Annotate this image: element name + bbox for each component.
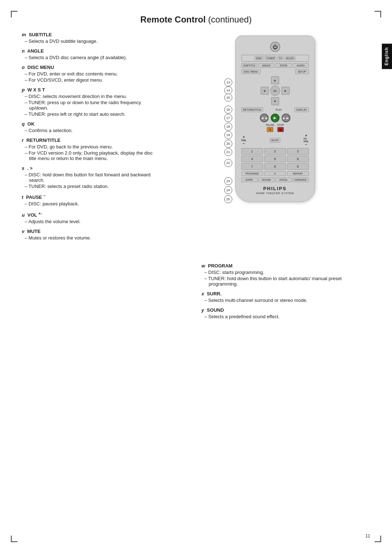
corner-mark-bl [11, 536, 17, 542]
bottom-section: w PROGRAM DISC: starts programming. TUNE… [0, 259, 392, 338]
section-mute: v MUTE Mutes or restores the volume. [22, 229, 156, 241]
vocal-btn[interactable]: VOCAL [275, 177, 292, 182]
tvvol-plus-btn[interactable]: + [305, 134, 307, 138]
program-btn[interactable]: PROGRAM [241, 171, 263, 176]
audio-btn[interactable]: AUDIO [293, 63, 309, 68]
stop-label: STOP [277, 124, 284, 126]
disc-menu-btn[interactable]: DISC MENU [241, 69, 261, 74]
page-header: Remote Control (continued) [0, 0, 392, 32]
row-label-22: 22 [224, 159, 232, 167]
section-sound: y SOUND Selects a predefined sound effec… [201, 307, 370, 319]
play-btn[interactable]: ► [271, 114, 279, 122]
num-2-btn[interactable]: 2 [264, 148, 286, 155]
rewind-btn[interactable]: ◄◄ [260, 114, 269, 122]
disc-source-btn[interactable]: DISC [254, 56, 264, 60]
tvvol-minus-btn[interactable]: − [305, 143, 307, 147]
list-item: TUNER: press up or down to tune the radi… [25, 100, 156, 111]
list-item: TUNER: press left or right to start auto… [25, 111, 156, 117]
row-label-14: 14 [224, 86, 232, 94]
row-label-23: 23 [224, 177, 232, 185]
karaoke-btn[interactable]: KARAOKE [293, 177, 309, 182]
section-search: s . > DISC: hold down this button for fa… [22, 165, 156, 189]
page-title-suffix: (continued) [208, 15, 252, 24]
page-number: 11 [366, 533, 370, 538]
function-row: SUBTITLE ANGLE ZOOM AUDIO [241, 63, 309, 68]
power-button[interactable]: ⏻ [270, 42, 280, 52]
right-column: 13 14 15 16 17 18 19 20 21 22 23 24 25 ⏻… [167, 32, 370, 245]
num-8-btn[interactable]: 8 [264, 163, 286, 170]
dpad-right-btn[interactable]: ► [282, 87, 290, 95]
source-row: DISC TUNER TV AUX/D [241, 55, 309, 62]
num-9-btn[interactable]: 9 [287, 163, 309, 170]
repeat-btn[interactable]: REPEAT [287, 171, 309, 176]
list-item: Adjusts the volume level. [25, 219, 156, 224]
section-angle: n ANGLE Selects a DVD disc camera angle … [22, 48, 156, 60]
list-item: TUNER: hold down this button to start au… [204, 276, 370, 287]
ok-btn[interactable]: OK [270, 86, 280, 96]
dpad-up-btn[interactable]: ▲ [271, 76, 279, 84]
vol-label: VOL [241, 139, 246, 142]
corner-mark-br [375, 536, 381, 542]
dpad-left-btn[interactable]: ◄ [261, 87, 269, 95]
section-wxst: p W X S T DISC: selects movement directi… [22, 87, 156, 117]
num-0-btn[interactable]: 0 [264, 171, 286, 176]
row-label-13: 13 [224, 78, 232, 86]
row-label-21: 21 [224, 148, 232, 156]
list-item: For VCD/SVCD, enter digest menu. [25, 77, 156, 83]
sound-btn[interactable]: SOUND [258, 177, 275, 182]
mute-btn[interactable]: MUTE [270, 138, 281, 143]
page-title: Remote Control [140, 15, 206, 24]
list-item: DISC: pauses playback. [25, 201, 156, 206]
row-label-20: 20 [224, 140, 232, 148]
row-label-25: 25 [224, 195, 232, 203]
list-item: Selects a DVD disc camera angle (if avai… [25, 55, 156, 60]
surr-btn[interactable]: SURR. [241, 177, 258, 182]
left-column: m SUBTITLE Selects a DVD subtitle langua… [22, 32, 160, 245]
pause-stop-row: PAUSE ⏸ STOP ■ [241, 124, 309, 132]
fast-forward-btn[interactable]: ►► [282, 114, 290, 122]
dpad-down-btn[interactable]: ▼ [271, 97, 279, 105]
list-item: DISC: starts programming. [204, 270, 370, 275]
tuner-source-btn[interactable]: TUNER [265, 56, 276, 60]
bottom-left-spacer [22, 263, 191, 324]
pause-btn[interactable]: ⏸ [267, 127, 273, 132]
tvvol-label: TVVOL [303, 138, 309, 143]
playback-row: ◄◄ ► ►► [241, 114, 309, 122]
play-label: PLAY [275, 108, 282, 111]
row-label-16: 16 [224, 106, 232, 114]
aux-source-btn[interactable]: AUX/D [285, 56, 295, 60]
subtitle-btn[interactable]: SUBTITLE [241, 63, 257, 68]
num-6-btn[interactable]: 6 [287, 156, 309, 162]
num-5-btn[interactable]: 5 [264, 156, 286, 162]
num-4-btn[interactable]: 4 [241, 156, 263, 162]
vol-plus-btn[interactable]: + [243, 135, 245, 139]
list-item: DISC: hold down this button for fast for… [25, 172, 156, 183]
section-return-title: r RETURN/TITLE For DVD, go back to the p… [22, 138, 156, 161]
list-item: Selects multi-channel surround or stereo… [204, 298, 370, 303]
num-3-btn[interactable]: 3 [287, 148, 309, 155]
language-tab: English [382, 44, 392, 69]
row-label-17: 17 [224, 114, 232, 122]
vol-block: + VOL − [241, 135, 246, 146]
list-item: For DVD, go back to the previous menu. [25, 144, 156, 149]
vol-minus-btn[interactable]: − [243, 142, 245, 146]
corner-mark-tr [375, 11, 381, 17]
section-subtitle: m SUBTITLE Selects a DVD subtitle langua… [22, 32, 156, 44]
bottom-right-content: w PROGRAM DISC: starts programming. TUNE… [201, 263, 370, 324]
return-title-btn[interactable]: RETURN/TITLE [241, 107, 263, 112]
num-7-btn[interactable]: 7 [241, 163, 263, 170]
section-disc-menu: o DISC MENU For DVD, enter or exit disc … [22, 65, 156, 83]
list-item: Selects a predefined sound effect. [204, 314, 370, 319]
zoom-btn[interactable]: ZOOM [275, 63, 291, 68]
row-label-19: 19 [224, 131, 232, 139]
surr-row: SURR. SOUND VOCAL KARAOKE [241, 177, 309, 182]
angle-btn[interactable]: ANGLE [258, 63, 274, 68]
setup-btn[interactable]: SETUP [295, 69, 309, 74]
stop-btn[interactable]: ■ [277, 127, 284, 132]
display-btn[interactable]: DISPLAY [294, 107, 309, 112]
tv-source-btn[interactable]: TV [277, 56, 283, 60]
list-item: Confirms a selection. [25, 128, 156, 133]
remote-brand: PHILIPS [241, 186, 309, 191]
dpad: ▲ ▼ ◄ ► OK [261, 76, 290, 105]
num-1-btn[interactable]: 1 [241, 148, 263, 155]
